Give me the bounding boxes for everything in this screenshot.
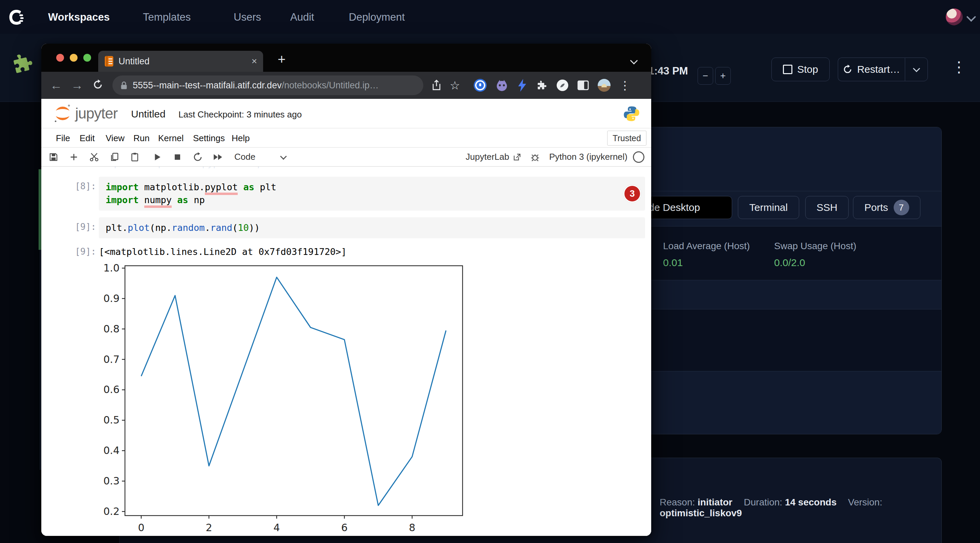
paste-cell-button[interactable] <box>129 151 141 163</box>
open-jupyterlab-link[interactable]: JupyterLab <box>466 152 509 162</box>
output-text: [<matplotlib.lines.Line2D at 0x7fd03f191… <box>99 246 347 257</box>
notification-count-badge[interactable]: 3 <box>624 185 641 202</box>
lightning-extension-icon[interactable] <box>517 79 528 92</box>
restart-options-button[interactable] <box>905 57 928 81</box>
add-cell-button[interactable] <box>68 151 80 163</box>
jupyter-brand-text: jupyter <box>75 105 118 122</box>
metric-load-average: Load Average (Host) 0.01 <box>663 241 750 268</box>
nav-item-users[interactable]: Users <box>234 11 261 23</box>
svg-text:1.0: 1.0 <box>103 262 119 274</box>
notebook-favicon <box>104 56 114 67</box>
nav-item-templates[interactable]: Templates <box>143 11 191 23</box>
ports-count-badge: 7 <box>894 200 909 215</box>
matplotlib-line-plot: 0.20.30.40.50.60.70.80.91.002468 <box>102 260 468 536</box>
save-button[interactable] <box>48 151 60 163</box>
jupyter-menubar: File Edit View Run Kernel Settings Help … <box>41 128 651 148</box>
browser-profile-avatar[interactable] <box>597 79 611 92</box>
stop-workspace-button[interactable]: Stop <box>772 57 830 81</box>
window-close-button[interactable] <box>56 54 64 62</box>
lock-icon <box>120 81 128 90</box>
output-prompt: [9]: <box>41 246 96 257</box>
build-version-value: optimistic_liskov9 <box>660 508 742 518</box>
interrupt-kernel-button[interactable] <box>171 151 183 163</box>
tab-search-chevron-icon[interactable] <box>631 58 636 63</box>
extensions-puzzle-icon[interactable] <box>536 79 548 91</box>
restart-label: Restart… <box>857 64 900 75</box>
cell-type-chevron-icon[interactable] <box>281 154 286 160</box>
build-info-row: Reason: initiator Duration: 14 seconds V… <box>660 497 942 519</box>
svg-text:0: 0 <box>138 522 144 533</box>
puzzle-icon <box>10 51 35 76</box>
menu-help[interactable]: Help <box>232 133 250 143</box>
address-bar[interactable]: 5555--main--test--matifali.atif.cdr.dev/… <box>113 76 423 95</box>
cell-output-9: [9]: [<matplotlib.lines.Line2D at 0x7fd0… <box>41 246 651 257</box>
cell-type-select[interactable]: Code <box>234 152 255 162</box>
share-icon[interactable] <box>431 79 442 91</box>
trusted-button[interactable]: Trusted <box>607 131 646 146</box>
tab-title: Untitled <box>119 56 247 67</box>
new-tab-button[interactable]: + <box>278 52 285 67</box>
zoom-in-button[interactable]: + <box>715 67 731 85</box>
code-cell-8[interactable]: [8]: import matplotlib.pyplot as pltimpo… <box>41 177 645 211</box>
tab-close-icon[interactable]: × <box>251 56 257 67</box>
window-minimize-button[interactable] <box>70 54 78 62</box>
restart-workspace-button[interactable]: Restart… <box>838 57 905 81</box>
copy-cell-button[interactable] <box>108 151 121 163</box>
clipped-cell-above[interactable]: import matplotlib.pyplot as plt <box>41 167 651 172</box>
cell-code[interactable]: plt.plot(np.random.rand(10)) <box>106 221 638 234</box>
cell-editor[interactable]: import matplotlib.pyplot as pltimport nu… <box>99 177 645 211</box>
app-button-ports[interactable]: Ports 7 <box>853 196 920 219</box>
app-button-ssh[interactable]: SSH <box>805 196 849 219</box>
svg-text:0.6: 0.6 <box>103 384 119 395</box>
browser-tab[interactable]: Untitled × <box>98 51 263 72</box>
metric-label: Load Average (Host) <box>663 241 750 251</box>
cut-cell-button[interactable] <box>88 151 100 163</box>
app-button-terminal[interactable]: Terminal <box>738 196 799 219</box>
side-panel-icon[interactable] <box>577 80 589 91</box>
menu-view[interactable]: View <box>106 133 125 143</box>
nav-item-workspaces[interactable]: Workspaces <box>48 11 110 23</box>
browser-window: Untitled × + ← → 5555--main--test--matif… <box>41 44 651 536</box>
debugger-bug-icon[interactable] <box>530 152 540 162</box>
restart-run-all-button[interactable] <box>212 151 224 163</box>
cell-editor[interactable]: plt.plot(np.random.rand(10)) <box>99 218 645 238</box>
privacy-extension-icon[interactable] <box>556 79 569 92</box>
restart-kernel-button[interactable] <box>192 151 204 163</box>
svg-text:0.7: 0.7 <box>103 353 119 365</box>
cell-code[interactable]: import matplotlib.pyplot as pltimport nu… <box>106 181 638 206</box>
metric-label: Swap Usage (Host) <box>774 241 856 251</box>
kernel-name[interactable]: Python 3 (ipykernel) <box>549 152 627 162</box>
github-extension-icon[interactable] <box>495 79 509 92</box>
browser-toolbar: ← → 5555--main--test--matifali.atif.cdr.… <box>41 72 651 99</box>
coder-logo-icon[interactable] <box>7 8 25 26</box>
forward-button[interactable]: → <box>71 78 83 92</box>
menu-file[interactable]: File <box>56 133 70 143</box>
code-cell-9[interactable]: [9]: plt.plot(np.random.rand(10)) <box>41 218 645 238</box>
zoom-out-button[interactable]: − <box>698 67 713 85</box>
build-reason-value: initiator <box>698 497 732 508</box>
bookmark-star-icon[interactable]: ☆ <box>450 79 460 92</box>
svg-text:0.8: 0.8 <box>103 323 119 335</box>
user-avatar[interactable] <box>946 8 963 25</box>
notebook-body: import matplotlib.pyplot as plt [8]: imp… <box>41 167 651 536</box>
workspace-more-menu[interactable]: ⋮ <box>951 58 966 76</box>
menu-run[interactable]: Run <box>134 133 150 143</box>
browser-menu-kebab-icon[interactable]: ⋮ <box>619 79 630 92</box>
nav-item-audit[interactable]: Audit <box>290 11 314 23</box>
notebook-title[interactable]: Untitled <box>131 108 165 120</box>
menu-kernel[interactable]: Kernel <box>158 133 183 143</box>
menu-edit[interactable]: Edit <box>80 133 95 143</box>
nav-item-deployment[interactable]: Deployment <box>349 11 405 23</box>
restart-chevron-icon <box>913 65 920 72</box>
checkpoint-status: Last Checkpoint: 3 minutes ago <box>178 110 302 120</box>
password-manager-extension-icon[interactable] <box>473 79 487 92</box>
svg-text:4: 4 <box>273 522 280 533</box>
reload-button[interactable] <box>92 79 103 92</box>
user-menu-chevron-icon[interactable] <box>968 14 975 20</box>
build-reason-label: Reason: <box>660 497 695 508</box>
window-maximize-button[interactable] <box>83 54 91 62</box>
run-cell-button[interactable] <box>151 151 163 163</box>
svg-text:0.5: 0.5 <box>103 414 119 426</box>
menu-settings[interactable]: Settings <box>193 133 225 143</box>
back-button[interactable]: ← <box>50 78 62 92</box>
